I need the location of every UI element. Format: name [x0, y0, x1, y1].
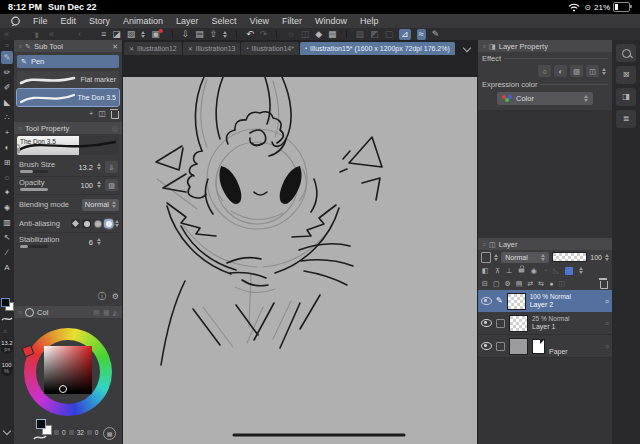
layer-color-icon[interactable]: [565, 267, 573, 275]
save-icon[interactable]: ⇩: [182, 30, 190, 39]
clip-to-layer-icon[interactable]: ◧: [482, 267, 489, 274]
main-color-swatches[interactable]: [1, 298, 13, 310]
material-dock-button[interactable]: ⊠: [616, 66, 636, 84]
snap-special-icon[interactable]: ✎: [432, 30, 440, 39]
color-slider-tab-icon[interactable]: ▤: [93, 309, 100, 316]
tab-close-icon[interactable]: ✕: [129, 45, 134, 52]
aa-weak[interactable]: [82, 219, 91, 228]
file-stepper-icon[interactable]: [223, 31, 227, 38]
new-layer-settings-icon[interactable]: ⚙: [505, 280, 511, 287]
palette-color-icon[interactable]: [481, 252, 491, 263]
sv-marker[interactable]: [59, 385, 67, 393]
color-settings-icon[interactable]: ▦: [103, 427, 116, 440]
close-icon[interactable]: ✕: [112, 43, 118, 50]
brush-size-value[interactable]: 13.2: [78, 163, 93, 172]
mask-icon[interactable]: ◉: [531, 267, 537, 274]
edit-file-icon[interactable]: ▨: [127, 30, 136, 39]
layer-blend-dropdown[interactable]: Normal: [501, 252, 549, 263]
alpha-lock-icon[interactable]: ⊼: [495, 267, 500, 274]
layers-dock-button[interactable]: ≣: [616, 110, 636, 128]
tool-line[interactable]: ∕: [1, 246, 13, 259]
transfer-down-icon[interactable]: ⇄: [527, 280, 533, 287]
menu-window[interactable]: Window: [315, 16, 347, 26]
brush-size-badge[interactable]: 13.2 px: [1, 340, 13, 354]
main-menu-icon[interactable]: ≡: [101, 30, 106, 39]
duplicate-brush-icon[interactable]: ◫: [98, 110, 106, 118]
brush-size-slider[interactable]: [20, 170, 48, 173]
divider-handle-icon[interactable]: ▮: [35, 31, 39, 38]
redo-icon[interactable]: ↷: [260, 30, 268, 39]
clip-studio-logo-icon[interactable]: [10, 16, 21, 27]
menu-help[interactable]: Help: [360, 16, 379, 26]
navigator-dock-button[interactable]: [616, 44, 636, 62]
draft-icon[interactable]: ◺: [553, 267, 558, 274]
color-wheel-tab-icon[interactable]: [25, 308, 34, 317]
menu-file[interactable]: File: [33, 16, 48, 26]
rotate-canvas-icon[interactable]: ◆: [315, 30, 322, 39]
menu-story[interactable]: Story: [89, 16, 110, 26]
merge-icon[interactable]: ◫: [558, 280, 565, 287]
visibility-icon[interactable]: [481, 342, 492, 350]
layer-mask-icon[interactable]: ●: [549, 280, 553, 287]
duplicate-icon[interactable]: ◫: [301, 30, 310, 39]
select-source-icon[interactable]: ◔: [543, 267, 547, 274]
menu-edit[interactable]: Edit: [61, 16, 77, 26]
sv-square[interactable]: [44, 346, 92, 394]
tab-close-icon[interactable]: ✕: [188, 45, 193, 52]
open-icon[interactable]: ▤: [195, 30, 204, 39]
menu-select[interactable]: Select: [212, 16, 237, 26]
hue-marker[interactable]: [22, 345, 35, 358]
opacity-options-button[interactable]: ▨: [105, 179, 118, 191]
stabilization-value[interactable]: 6: [89, 238, 93, 247]
lock-layer-icon[interactable]: [519, 269, 525, 273]
aa-stepper-icon[interactable]: [115, 220, 119, 227]
color-wheel-tab-label[interactable]: Col: [37, 308, 48, 317]
canvas-size-stepper-icon[interactable]: [141, 31, 145, 38]
timelapse-icon[interactable]: ▣: [151, 30, 160, 39]
strip-more-icon[interactable]: [3, 427, 11, 435]
tool-fill[interactable]: ◈: [1, 201, 13, 214]
menu-filter[interactable]: Filter: [282, 16, 302, 26]
paper-thumbnail[interactable]: [509, 338, 528, 355]
panel-handle-icon[interactable]: ≡: [482, 43, 486, 50]
color-swatch-pair[interactable]: [36, 419, 52, 433]
layer-row-layer2[interactable]: ✎ 100 % Normal Layer 2 ≡: [478, 290, 612, 312]
info-icon[interactable]: ⓘ: [98, 293, 106, 301]
tab-illustration12[interactable]: ✕ Illustration12: [124, 42, 182, 55]
stabilization-slider[interactable]: [20, 245, 48, 248]
tool-screentone[interactable]: ⊞: [1, 156, 13, 169]
layer-thumbnail[interactable]: [509, 315, 528, 332]
layer-opacity-slider[interactable]: [552, 252, 587, 262]
brush-item-flat-marker[interactable]: Flat marker: [17, 71, 119, 88]
color-history-tab-icon[interactable]: ◭: [113, 309, 118, 316]
palette-stepper-icon[interactable]: [494, 254, 498, 261]
tab-illustration13[interactable]: ✕ Illustration13: [183, 42, 241, 55]
effect-extract-icon[interactable]: ◫: [586, 65, 599, 77]
opacity-value[interactable]: 100: [80, 181, 93, 190]
tool-wand[interactable]: ✦: [1, 186, 13, 199]
delete-brush-icon[interactable]: [111, 111, 119, 119]
blend-dropdown[interactable]: Normal: [82, 199, 119, 211]
panel-handle-icon[interactable]: ≡: [18, 125, 22, 132]
delete-layer-icon[interactable]: [600, 281, 608, 289]
tool-move[interactable]: +: [1, 126, 13, 139]
new-folder-icon[interactable]: ▤: [516, 280, 523, 287]
layer-row-paper[interactable]: Paper ≡: [478, 335, 612, 358]
new-layer-icon[interactable]: ▢: [493, 280, 500, 287]
back-icon[interactable]: ‹: [78, 30, 81, 39]
lock-icon[interactable]: [17, 148, 20, 153]
visibility-icon[interactable]: [481, 297, 492, 305]
opacity-badge[interactable]: 100 %: [1, 362, 13, 376]
canvas[interactable]: [123, 77, 477, 444]
selection-1-icon[interactable]: ▧: [356, 30, 365, 39]
ruler-icon[interactable]: ⊥: [506, 267, 512, 274]
opacity-slider[interactable]: [20, 188, 48, 191]
select-checkbox[interactable]: [496, 319, 505, 328]
menu-view[interactable]: View: [250, 16, 269, 26]
aa-none[interactable]: [71, 219, 80, 228]
tool-eraser[interactable]: ◣: [1, 96, 13, 109]
row-handle-icon[interactable]: ≡: [605, 343, 609, 350]
tool-pen[interactable]: ✎: [1, 51, 13, 64]
panel-handle-icon[interactable]: ≡: [18, 43, 22, 50]
collapse-2-icon[interactable]: «: [49, 30, 54, 39]
